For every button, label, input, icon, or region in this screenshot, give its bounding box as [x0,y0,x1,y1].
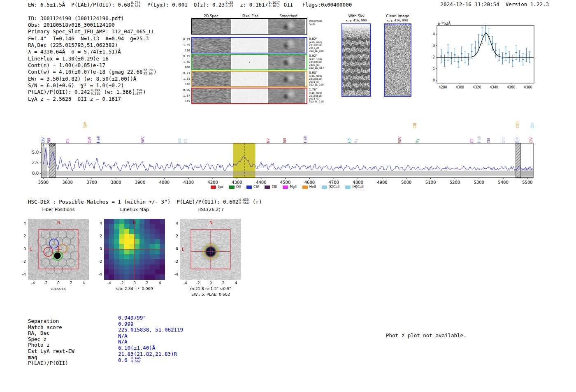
hsc-caption: EWr: 5. PLAE: 0.602 [172,292,249,297]
compass-north-label: N [133,220,136,225]
fiber-xy: (416, 999) [309,91,327,94]
flux-units-label: e⁻¹⁷x2Å [438,21,451,26]
fiber-weight: 1.35 [182,44,190,47]
fiber-date: 20180518 [309,60,327,63]
smoothed-image [268,55,305,70]
hsc-x-axis: -4-2024 [180,281,241,286]
data-point [481,35,483,36]
match-label: Match score [28,324,62,330]
tick-label: 3800 [111,180,121,185]
tick-label: 4280 [439,86,447,89]
data-point [447,52,449,53]
axis-tick-label: 4 [235,281,237,285]
match-value: 21.83(21.82,21.83)R [118,351,177,357]
fiber-distance: 0.80" [309,71,327,74]
text-segment: OII Flags:0x00400000 [281,2,352,8]
clean-image-panel [384,23,411,97]
weighted-sum-label: Weighted Sum [309,20,322,26]
compass-north-label: N [209,220,212,225]
full-spectrum-plot: 3500360037003800390040004100420043004400… [29,141,536,188]
fiber-distance: 1.76" [309,88,327,91]
legend-label: OII [236,185,241,189]
2d-spec-image [192,88,231,103]
text-segment: LineFlux = 1.30(±0.29)e-16 [28,56,109,62]
pixel-flat-image [232,38,267,53]
match-label: Separation [28,318,59,324]
tick-label: 5.0 [32,150,39,155]
fiber-obs: v036_03 [309,63,327,66]
error-envelope [41,171,533,176]
axis-tick-label: -2 [98,260,102,264]
tick-label: 3700 [86,180,97,185]
fiber-positions-cutout: Fiber Positions NE -4-2024 -4-2024 arcse… [16,207,99,297]
data-point [471,51,473,52]
text-segment: EW: 6.5±1.5Å P(LAE)/P(OII): 0.68 [28,2,130,8]
fiber-date: 20180518 [309,44,327,46]
hsc-r-title: HSC(26.2) r [180,207,241,212]
data-point [444,60,446,62]
pixel-flat-image [232,72,267,86]
axis-tick-label: 4 [100,221,102,225]
fiber-circle [49,258,58,267]
phot-z-note: Phot z plot not available. [386,332,467,339]
with-sky-panel [341,23,371,97]
stacked-uncertainty: 0.2930.211 [91,89,100,95]
match-value: N/A [118,339,128,345]
fiber-number: 115 [182,100,190,103]
pixel-flat-image [232,88,267,103]
axis-tick-label: 0 [23,247,26,251]
catalog-match-table: Separation Match score RA, Dec Spec z Ph… [28,318,225,371]
lineflux-map-cutout: Lineflux Map N -4-2024 -4-2024 s/b: 2.84… [93,207,175,297]
fiber-weight: 0.06 [182,89,190,92]
lineflux-y-axis: -4-2024 [93,219,103,280]
stacked-uncertainty: 0.7440.631 [131,1,140,8]
fiber-date: 20180518 [309,77,327,80]
legend-swatch [229,186,235,189]
info-line-sn: S/N = 6.0(±0.6) χ² = 1.0(±0.2) [28,82,157,88]
data-point [451,58,452,59]
legend-swatch [322,186,327,189]
fiber-circle [41,244,50,253]
data-point [461,53,462,55]
stacked-uncertainty: 0.6530.564 [239,198,249,205]
2d-spec-image [192,55,231,70]
tick-label: 4500 [280,180,290,185]
text-segment: P(LAE)/P(OII): 0.242 [28,89,90,95]
match-label: Photo z [28,342,50,348]
hsc-dex-match-line: HSC-DEX : Possible Matches = 1 (within +… [28,198,262,205]
axis-tick-label: -4 [174,272,178,276]
line-legend: LyαOIICIVCIIIMgIIHeII(K)CaII(H)CaII [41,185,533,189]
text-segment: LyA z = 2.5623 OII z = 0.1617 [28,96,121,102]
hsc-r-overlay: NE [180,219,241,280]
info-line-radec: RA,Dec (225.015793,51.062382) [28,42,157,48]
legend-swatch [345,186,351,189]
axis-tick-label: 2 [23,234,26,238]
tick-label: 3 [433,44,435,48]
match-label: RA, Dec [28,330,50,336]
tick-label: 4600 [304,180,315,185]
timestamp-version: 2024-12-16 11:20:54 Version 1.22.3 [441,1,549,7]
axis-tick-label: -4 [98,272,102,276]
lineflux-x-label: s/b: 2.84 +/- 0.069 [104,286,165,291]
text-segment: Obs: 20180518v016_3001124190 [28,22,115,28]
axis-tick-label: 2 [100,234,102,238]
axis-tick-label: 2 [222,281,225,285]
col-header-2d-spec: 2D Spec [204,14,218,18]
stacked-uncertainty: 1.7591.077 [132,89,142,95]
fiber-weight: 0.25 [182,55,190,58]
match-value: N/A [118,333,128,339]
fiber-weight: 0.29 [182,38,190,41]
fiber-circle [62,251,71,260]
axis-tick-label: 0 [176,247,178,251]
info-line-slot: Primary Spec_Slot_IFU_AMP: 312_047_065_L… [28,28,157,35]
fiber-weight: 0.21 [182,72,190,75]
match-value: 0.999 [118,321,134,327]
legend-label: CIV [253,185,259,189]
tick-label: 2.5 [32,160,39,165]
tick-label: 4900 [377,180,387,185]
clean-image-coords: x, y: 416, 990 [379,19,416,22]
text-segment: Primary Spec_Slot_IFU_AMP: 312_047_065_L… [28,28,155,35]
compass-north-label: N [57,220,60,225]
fiber-number: 116 [182,83,190,86]
fiber-circle [49,244,58,253]
